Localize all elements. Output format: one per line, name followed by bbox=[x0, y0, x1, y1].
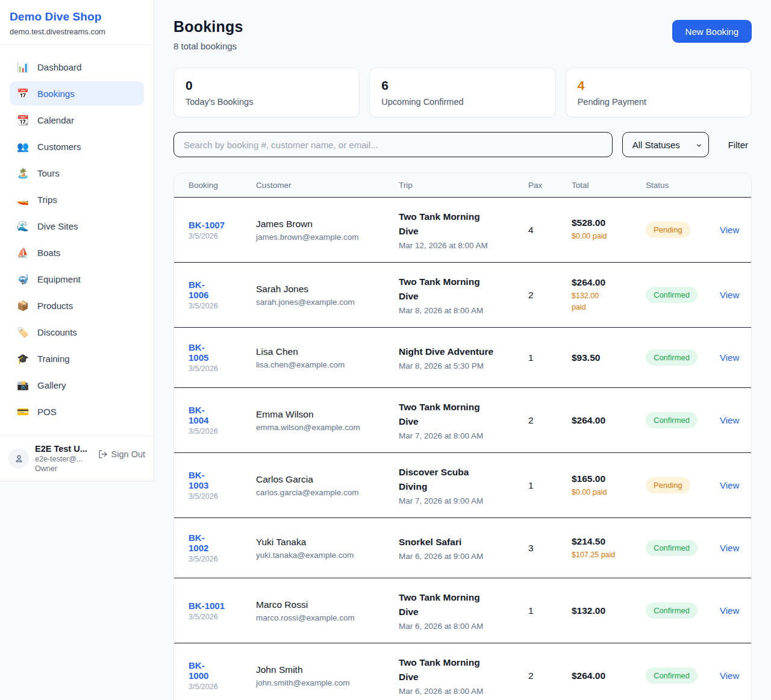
sidebar-item-tours[interactable]: 🏝️ Tours bbox=[10, 161, 144, 185]
sidebar-item-bookings[interactable]: 📅 Bookings bbox=[10, 81, 144, 105]
trip-datetime: Mar 8, 2026 at 5:30 PM bbox=[399, 361, 519, 370]
column-header-total: Total bbox=[572, 181, 646, 190]
user-role: Owner bbox=[35, 464, 92, 473]
sidebar-item-label: Bookings bbox=[37, 89, 75, 99]
trip-name: Two Tank Morning Dive bbox=[399, 655, 519, 684]
status-badge: Pending bbox=[646, 477, 690, 493]
status-badge: Confirmed bbox=[646, 540, 698, 556]
main-content: Bookings 8 total bookings New Booking 0 … bbox=[154, 0, 771, 700]
customer-email: yuki.tanaka@example.com bbox=[256, 551, 389, 560]
search-input[interactable] bbox=[173, 132, 613, 157]
total-amount: $93.50 bbox=[572, 352, 646, 363]
view-link[interactable]: View bbox=[717, 415, 739, 425]
view-link[interactable]: View bbox=[717, 670, 739, 681]
booking-date: 3/5/2026 bbox=[189, 427, 256, 436]
brand-title[interactable]: Demo Dive Shop bbox=[10, 10, 144, 23]
view-link[interactable]: View bbox=[717, 480, 739, 490]
customer-email: emma.wilson@example.com bbox=[256, 423, 389, 432]
sidebar-item-boats[interactable]: ⛵ Boats bbox=[10, 240, 144, 264]
stat-label: Pending Payment bbox=[578, 97, 740, 107]
sidebar-item-gallery[interactable]: 📸 Gallery bbox=[10, 373, 144, 397]
booking-id-link[interactable]: BK- 1002 bbox=[189, 533, 256, 553]
status-filter-select[interactable]: All Statuses bbox=[622, 132, 709, 157]
credit-card-icon: 💳 bbox=[17, 406, 29, 417]
pax-value: 1 bbox=[528, 480, 572, 491]
view-link[interactable]: View bbox=[717, 543, 739, 553]
booking-id-link[interactable]: BK- 1003 bbox=[189, 470, 256, 490]
sidebar-item-training[interactable]: 🎓 Training bbox=[10, 346, 144, 370]
booking-id-link[interactable]: BK-1001 bbox=[189, 601, 256, 611]
people-icon: 👥 bbox=[17, 141, 29, 152]
customer-email: marco.rossi@example.com bbox=[256, 613, 389, 622]
trip-name: Two Tank Morning Dive bbox=[399, 275, 519, 304]
stat-value: 6 bbox=[381, 78, 543, 93]
sidebar-item-customers[interactable]: 👥 Customers bbox=[10, 134, 144, 158]
view-link[interactable]: View bbox=[717, 290, 739, 300]
table-row: BK- 1002 3/5/2026 Yuki Tanaka yuki.tanak… bbox=[174, 517, 751, 578]
booking-id-link[interactable]: BK-1007 bbox=[189, 220, 256, 230]
view-link[interactable]: View bbox=[717, 352, 739, 363]
customer-name: Emma Wilson bbox=[256, 409, 389, 420]
view-link[interactable]: View bbox=[717, 605, 739, 616]
column-header-booking: Booking bbox=[189, 181, 256, 190]
customer-email: carlos.garcia@example.com bbox=[256, 488, 389, 497]
trip-datetime: Mar 7, 2026 at 9:00 AM bbox=[399, 496, 519, 505]
filters-bar: All Statuses Filter bbox=[173, 132, 752, 157]
sidebar-item-products[interactable]: 📦 Products bbox=[10, 293, 144, 317]
booking-date: 3/5/2026 bbox=[189, 302, 256, 310]
trip-datetime: Mar 12, 2026 at 8:00 AM bbox=[399, 241, 519, 250]
customer-email: sarah.jones@example.com bbox=[256, 298, 389, 307]
trip-name: Two Tank Morning Dive bbox=[399, 590, 519, 619]
booking-id-link[interactable]: BK- 1000 bbox=[189, 660, 256, 681]
sidebar-item-calendar[interactable]: 📆 Calendar bbox=[10, 108, 144, 132]
customer-email: james.brown@example.com bbox=[256, 233, 389, 242]
user-email: e2e-tester@... bbox=[35, 455, 92, 463]
sidebar-item-label: Equipment bbox=[37, 274, 81, 284]
stat-value: 4 bbox=[578, 78, 740, 93]
sidebar-item-trips[interactable]: 🚤 Trips bbox=[10, 187, 144, 211]
pax-value: 1 bbox=[528, 352, 572, 363]
customer-name: John Smith bbox=[256, 664, 389, 675]
total-amount: $264.00 bbox=[572, 670, 646, 681]
sign-out-label: Sign Out bbox=[111, 449, 145, 459]
page-subtitle: 8 total bookings bbox=[173, 41, 243, 51]
sidebar-item-dashboard[interactable]: 📊 Dashboard bbox=[10, 55, 144, 79]
customer-name: Lisa Chen bbox=[256, 346, 389, 357]
status-badge: Pending bbox=[646, 222, 690, 238]
user-meta: E2E Test U... e2e-tester@... Owner bbox=[35, 444, 92, 473]
wave-icon: 🌊 bbox=[17, 220, 29, 232]
calendar-icon: 📅 bbox=[17, 88, 29, 99]
sidebar-item-label: Dive Sites bbox=[37, 221, 78, 231]
total-amount: $214.50 bbox=[572, 536, 646, 547]
status-badge: Confirmed bbox=[646, 602, 698, 619]
table-body: BK-1007 3/5/2026 James Brown james.brown… bbox=[174, 198, 751, 700]
user-name: E2E Test U... bbox=[35, 444, 92, 454]
status-badge: Confirmed bbox=[646, 349, 698, 366]
table-row: BK- 1005 3/5/2026 Lisa Chen lisa.chen@ex… bbox=[174, 327, 751, 387]
filter-button[interactable]: Filter bbox=[725, 136, 752, 154]
sidebar-item-equipment[interactable]: 🤿 Equipment bbox=[10, 267, 144, 291]
trip-name: Snorkel Safari bbox=[399, 535, 519, 549]
booking-id-link[interactable]: BK- 1006 bbox=[189, 280, 256, 300]
booking-id-link[interactable]: BK- 1005 bbox=[189, 342, 256, 363]
speedboat-icon: 🚤 bbox=[17, 194, 29, 205]
view-link[interactable]: View bbox=[717, 225, 739, 235]
column-header-status: Status bbox=[646, 181, 717, 190]
sidebar-item-dive-sites[interactable]: 🌊 Dive Sites bbox=[10, 214, 144, 238]
booking-id-link[interactable]: BK- 1004 bbox=[189, 405, 256, 425]
stat-label: Today's Bookings bbox=[186, 97, 348, 107]
sidebar-item-pos[interactable]: 💳 POS bbox=[10, 399, 144, 423]
new-booking-button[interactable]: New Booking bbox=[672, 20, 752, 43]
trip-name: Two Tank Morning Dive bbox=[399, 400, 519, 429]
customer-name: Sarah Jones bbox=[256, 284, 389, 295]
user-avatar-icon bbox=[8, 448, 29, 469]
booking-date: 3/5/2026 bbox=[189, 613, 256, 621]
pax-value: 4 bbox=[528, 225, 572, 236]
trip-name: Two Tank Morning Dive bbox=[399, 210, 519, 239]
sign-out-button[interactable]: Sign Out bbox=[98, 449, 145, 459]
pax-value: 2 bbox=[528, 290, 572, 301]
trip-datetime: Mar 6, 2026 at 8:00 AM bbox=[399, 622, 519, 631]
sidebar-item-discounts[interactable]: 🏷️ Discounts bbox=[10, 320, 144, 344]
trip-datetime: Mar 6, 2026 at 8:00 AM bbox=[399, 687, 519, 696]
bookings-table: BookingCustomerTripPaxTotalStatus BK-100… bbox=[173, 173, 752, 700]
